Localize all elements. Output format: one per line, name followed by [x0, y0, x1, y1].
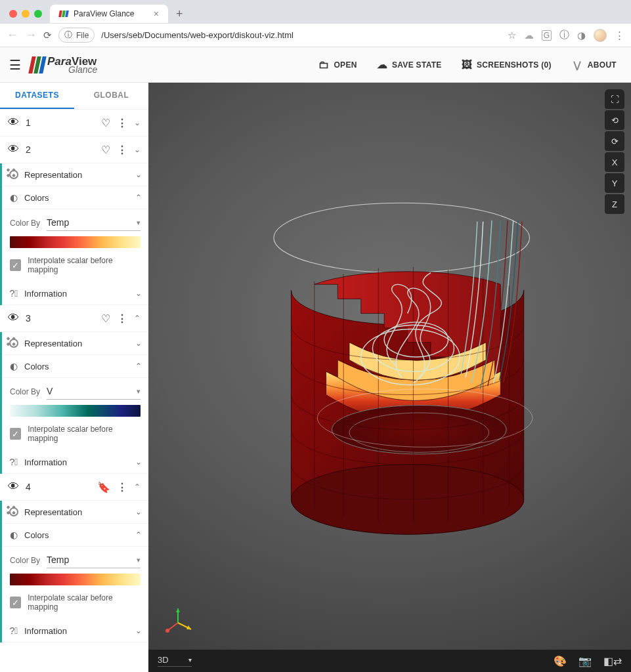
dataset-row[interactable]: 👁 4 🔖 ⋮ ⌃	[0, 474, 148, 501]
cloud-download-icon: ☁	[377, 58, 387, 71]
screenshots-button[interactable]: 🖼 SCREENSHOTS (0)	[456, 55, 557, 75]
profile-avatar-icon[interactable]	[594, 29, 607, 42]
colors-title: Colors	[24, 193, 130, 203]
chevron-up-icon[interactable]: ⌃	[135, 193, 142, 202]
app-logo: ParaView Glance	[30, 56, 97, 74]
color-gradient[interactable]	[10, 236, 141, 248]
chevron-down-icon[interactable]: ⌄	[135, 339, 142, 348]
chevron-down-icon[interactable]: ⌄	[134, 118, 141, 127]
ext-icon-3[interactable]: ◑	[577, 30, 586, 41]
tab-close-icon[interactable]: ×	[154, 9, 159, 19]
ext-icon-1[interactable]: G	[542, 30, 552, 41]
chevron-down-icon[interactable]: ⌄	[135, 289, 142, 298]
information-header[interactable]: ?⃝ Information ⌄	[2, 282, 148, 305]
dropdown-icon: ▾	[137, 219, 141, 227]
dataset-row[interactable]: 👁 2 ♡ ⋮ ⌄	[0, 136, 148, 163]
rotate-cw-button[interactable]: ⟳	[605, 131, 624, 151]
axis-z-button[interactable]: Z	[605, 194, 624, 214]
visibility-icon[interactable]: 👁	[8, 143, 19, 156]
interpolate-checkbox[interactable]: ✓	[10, 259, 21, 271]
representation-header[interactable]: Representation ⌄	[2, 163, 148, 186]
about-button[interactable]: ABOUT	[566, 55, 622, 75]
bookmark-icon[interactable]: 🔖	[97, 481, 110, 494]
open-button[interactable]: 🗀 OPEN	[313, 55, 362, 75]
more-icon[interactable]: ⋮	[117, 481, 127, 494]
cloud-icon[interactable]: ☁	[524, 30, 534, 41]
color-gradient[interactable]	[10, 405, 141, 417]
menu-button[interactable]: ☰	[9, 57, 21, 73]
more-icon[interactable]: ⋮	[117, 117, 127, 129]
split-view-icon[interactable]: ◧⇄	[603, 655, 622, 667]
chevron-up-icon[interactable]: ⌃	[134, 314, 141, 323]
browser-menu-icon[interactable]: ⋮	[615, 30, 624, 41]
fullscreen-button[interactable]: ⛶	[605, 89, 624, 109]
chevron-down-icon[interactable]: ⌄	[135, 507, 142, 516]
visibility-icon[interactable]: 👁	[8, 312, 19, 325]
new-tab-button[interactable]: +	[172, 7, 187, 21]
more-icon[interactable]: ⋮	[117, 144, 127, 156]
tab-favicon-icon	[59, 9, 68, 18]
representation-header[interactable]: Representation ⌄	[2, 501, 148, 524]
visibility-icon[interactable]: 👁	[8, 480, 19, 494]
dataset-label: 4	[26, 482, 91, 492]
sidebar: DATASETS GLOBAL 👁 1 ♡ ⋮ ⌄ 👁 2 ♡ ⋮ ⌄ Repr…	[0, 83, 148, 672]
dataset-row[interactable]: 👁 3 ♡ ⋮ ⌃	[0, 305, 148, 332]
colorby-label: Color By	[10, 556, 40, 565]
chevron-down-icon[interactable]: ⌄	[135, 626, 142, 635]
more-icon[interactable]: ⋮	[117, 312, 127, 325]
color-gradient[interactable]	[10, 574, 141, 585]
star-icon[interactable]: ☆	[508, 30, 516, 41]
colors-header[interactable]: ◐ Colors ⌃	[2, 524, 148, 547]
minimize-window-icon[interactable]	[22, 10, 30, 18]
dataset-panel: Representation ⌄ ◐ Colors ⌃ Color By V ▾	[0, 332, 148, 474]
viewport-footer: 3D ▾ 🎨 📷 ◧⇄	[148, 650, 631, 672]
ext-icon-2[interactable]: ⓘ	[559, 29, 569, 41]
logo-subtitle: Glance	[68, 65, 97, 74]
bookmark-icon[interactable]: ♡	[101, 312, 110, 325]
information-header[interactable]: ?⃝ Information ⌄	[2, 451, 148, 474]
chevron-down-icon[interactable]: ⌄	[135, 457, 142, 467]
camera-icon[interactable]: 📷	[578, 655, 592, 667]
chevron-up-icon[interactable]: ⌃	[135, 530, 142, 539]
file-origin-chip[interactable]: ⓘ File	[58, 28, 95, 43]
axis-x-button[interactable]: X	[605, 152, 624, 172]
about-icon	[571, 59, 583, 71]
bookmark-icon[interactable]: ♡	[101, 144, 110, 156]
rotate-ccw-button[interactable]: ⟲	[605, 110, 624, 130]
3d-viewport[interactable]: ⛶ ⟲ ⟳ X Y Z 3D ▾ 🎨 📷 ◧⇄	[148, 83, 631, 672]
forward-button[interactable]: →	[25, 28, 37, 42]
window-controls[interactable]	[5, 10, 46, 18]
browser-tab[interactable]: ParaView Glance ×	[50, 5, 168, 23]
dropdown-icon: ▾	[137, 556, 141, 564]
save-state-button[interactable]: ☁ SAVE STATE	[372, 54, 447, 75]
representation-title: Representation	[24, 170, 130, 180]
view-mode-select[interactable]: 3D ▾	[158, 655, 192, 667]
dataset-row[interactable]: 👁 1 ♡ ⋮ ⌄	[0, 110, 148, 136]
bookmark-icon[interactable]: ♡	[101, 117, 110, 129]
representation-header[interactable]: Representation ⌄	[2, 332, 148, 355]
interpolate-label: Interpolate scalar before mapping	[28, 425, 141, 443]
reload-button[interactable]: ⟳	[43, 30, 52, 41]
information-header[interactable]: ?⃝ Information ⌄	[2, 620, 148, 642]
chevron-down-icon[interactable]: ⌄	[134, 145, 141, 154]
visibility-icon[interactable]: 👁	[8, 116, 19, 129]
tab-global[interactable]: GLOBAL	[74, 83, 148, 109]
maximize-window-icon[interactable]	[34, 10, 42, 18]
colorby-select[interactable]: V ▾	[47, 383, 141, 400]
colors-header[interactable]: ◐ Colors ⌃	[2, 186, 148, 209]
interpolate-checkbox[interactable]: ✓	[10, 428, 21, 440]
save-state-label: SAVE STATE	[392, 60, 442, 70]
tab-datasets[interactable]: DATASETS	[0, 83, 74, 109]
back-button[interactable]: ←	[7, 28, 18, 42]
url-text[interactable]: /Users/seb/Documents/web-export/diskout-…	[101, 30, 500, 40]
colorby-select[interactable]: Temp ▾	[47, 215, 141, 231]
chevron-down-icon[interactable]: ⌄	[135, 170, 142, 179]
axis-y-button[interactable]: Y	[605, 173, 624, 193]
chevron-up-icon[interactable]: ⌃	[134, 482, 141, 492]
palette-icon[interactable]: 🎨	[554, 655, 567, 667]
colors-header[interactable]: ◐ Colors ⌃	[2, 355, 148, 378]
colorby-select[interactable]: Temp ▾	[47, 552, 141, 568]
chevron-up-icon[interactable]: ⌃	[135, 362, 142, 371]
interpolate-checkbox[interactable]: ✓	[10, 597, 21, 608]
close-window-icon[interactable]	[9, 10, 17, 18]
